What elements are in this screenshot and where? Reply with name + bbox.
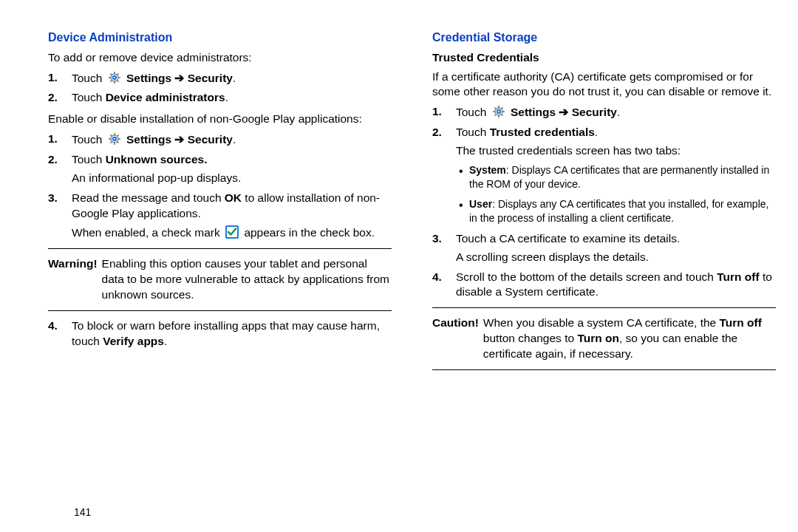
arrow-icon: ➔ bbox=[556, 106, 572, 118]
step-text: Touch bbox=[72, 91, 106, 103]
intro-text: To add or remove device administrators: bbox=[48, 50, 392, 66]
settings-icon bbox=[107, 132, 122, 146]
step-subtext: The trusted credentials screen has two t… bbox=[456, 143, 776, 159]
step-text: . bbox=[595, 126, 598, 138]
step-bold: Security bbox=[188, 72, 233, 84]
trusted-credentials-subheading: Trusted Credentials bbox=[432, 50, 776, 66]
arrow-icon: ➔ bbox=[171, 72, 188, 84]
step-text: . bbox=[617, 106, 620, 118]
right-column: Credential Storage Trusted Credentials I… bbox=[432, 30, 776, 517]
bullet-list: System: Displays CA certificates that ar… bbox=[456, 163, 776, 225]
step-item: 3. Touch a CA certificate to examine its… bbox=[456, 231, 776, 265]
step-text: Touch bbox=[456, 106, 490, 118]
steps-list-right: 1. Touch bbox=[432, 104, 776, 300]
step-item: 1. Touch bbox=[72, 132, 392, 148]
step-text: Read the message and touch bbox=[72, 191, 225, 204]
left-column: Device Administration To add or remove d… bbox=[48, 30, 392, 517]
intro-text: If a certificate authority (CA) certific… bbox=[432, 69, 776, 100]
step-subtext: An informational pop-up displays. bbox=[72, 171, 392, 186]
step-bold: Verify apps bbox=[103, 335, 164, 347]
step-item: 1. Touch bbox=[72, 70, 392, 86]
divider bbox=[432, 369, 776, 370]
svg-point-34 bbox=[498, 111, 499, 112]
step-bold: Security bbox=[188, 133, 233, 146]
settings-icon bbox=[491, 104, 506, 119]
step-subtext: A scrolling screen displays the details. bbox=[456, 250, 776, 265]
device-admin-heading: Device Administration bbox=[48, 30, 392, 46]
checkmark-icon bbox=[225, 225, 239, 239]
step-item: 4. Scroll to the bottom of the details s… bbox=[456, 270, 776, 301]
step-item: 1. Touch bbox=[456, 104, 776, 120]
step-item: 2. Touch Unknown sources. An information… bbox=[72, 152, 392, 186]
step-bold: Trusted credentials bbox=[490, 126, 595, 138]
step-text: Touch bbox=[72, 153, 106, 166]
step-item: 2. Touch Device administrators. bbox=[72, 90, 392, 106]
step-bold: Settings bbox=[126, 133, 171, 146]
step-bold: Settings bbox=[126, 72, 171, 84]
step-text: . bbox=[225, 91, 228, 103]
step-item: 4. To block or warn before installing ap… bbox=[72, 318, 392, 349]
step-bold: OK bbox=[225, 191, 242, 204]
svg-point-21 bbox=[114, 138, 115, 140]
step-text: Touch bbox=[72, 133, 106, 146]
warning-text: Enabling this option causes your tablet … bbox=[102, 256, 392, 303]
page-number: 141 bbox=[74, 505, 91, 519]
arrow-icon: ➔ bbox=[171, 133, 188, 146]
step-text: Touch a CA certificate to examine its de… bbox=[456, 232, 680, 245]
divider bbox=[432, 307, 776, 308]
bullet-item: User: Displays any CA certificates that … bbox=[469, 197, 776, 225]
steps-list-2: 1. Touch bbox=[48, 132, 392, 241]
step-text: Scroll to the bottom of the details scre… bbox=[456, 270, 717, 283]
bullet-item: System: Displays CA certificates that ar… bbox=[469, 163, 776, 191]
caution-block: Caution! When you disable a system CA ce… bbox=[432, 316, 776, 362]
step-text: Touch bbox=[456, 126, 490, 138]
intro-text: Enable or disable installation of non-Go… bbox=[48, 112, 392, 127]
divider bbox=[48, 310, 392, 311]
step-text: . bbox=[233, 133, 236, 146]
step-subtext: When enabled, a check mark appears in th… bbox=[72, 225, 392, 241]
warning-block: Warning! Enabling this option causes you… bbox=[48, 256, 392, 303]
step-bold: Turn off bbox=[717, 270, 759, 283]
svg-point-10 bbox=[114, 76, 115, 78]
step-bold: Device administrators bbox=[106, 91, 225, 103]
credential-storage-heading: Credential Storage bbox=[432, 30, 776, 46]
step-text: . bbox=[164, 335, 167, 347]
step-item: 2. Touch Trusted credentials. The truste… bbox=[456, 125, 776, 225]
step-text: . bbox=[233, 72, 236, 84]
step-bold: Unknown sources. bbox=[106, 153, 208, 166]
warning-label: Warning! bbox=[48, 256, 98, 303]
steps-list-1: 1. Touch bbox=[48, 70, 392, 106]
divider bbox=[48, 248, 392, 249]
settings-icon bbox=[107, 70, 122, 85]
caution-text: When you disable a system CA certificate… bbox=[483, 316, 776, 362]
step-text: Touch bbox=[72, 72, 106, 84]
steps-list-2b: 4. To block or warn before installing ap… bbox=[48, 318, 392, 349]
step-bold: Security bbox=[572, 106, 617, 118]
step-item: 3. Read the message and touch OK to allo… bbox=[72, 191, 392, 241]
caution-label: Caution! bbox=[432, 316, 479, 362]
step-bold: Settings bbox=[511, 106, 556, 118]
